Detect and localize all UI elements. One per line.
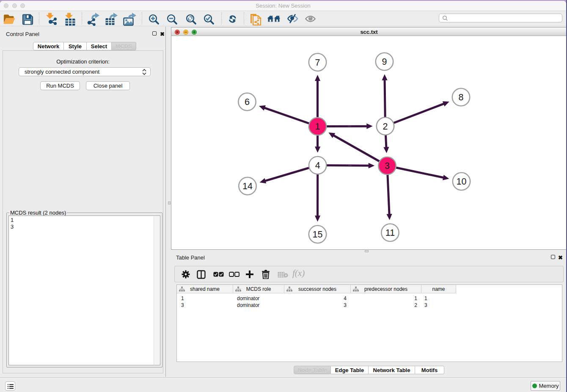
svg-text:11: 11 xyxy=(385,228,395,238)
svg-text:6: 6 xyxy=(245,97,250,107)
svg-text:8: 8 xyxy=(459,92,464,102)
svg-text:3: 3 xyxy=(385,161,390,171)
svg-text:4: 4 xyxy=(315,160,320,171)
svg-text:1: 1 xyxy=(315,121,320,132)
svg-text:7: 7 xyxy=(315,58,320,68)
svg-text:2: 2 xyxy=(383,121,388,132)
svg-text:15: 15 xyxy=(313,229,323,240)
svg-text:14: 14 xyxy=(242,181,253,191)
svg-text:10: 10 xyxy=(457,177,467,187)
svg-text:9: 9 xyxy=(382,57,387,67)
